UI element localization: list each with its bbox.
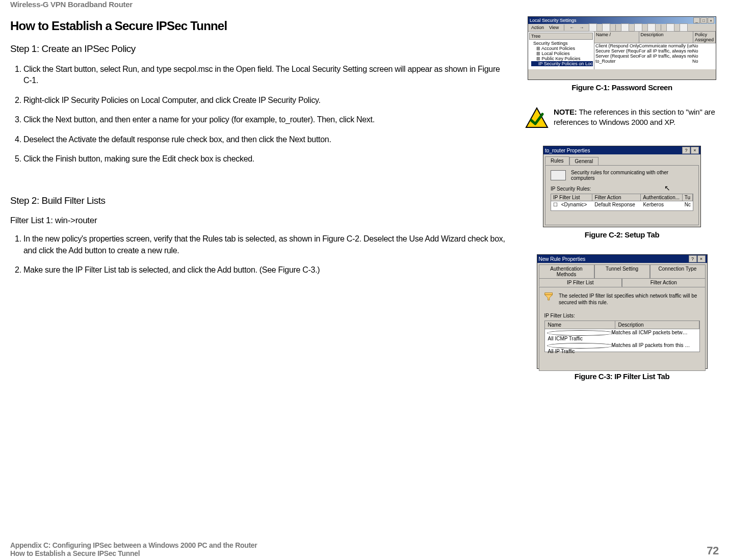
rules-table[interactable]: IP Filter List Filter Action Authenticat… [551,194,693,211]
figure-c2-caption: Figure C-2: Setup Tab [525,230,719,239]
close-icon[interactable]: × [697,255,706,262]
figure-c3-caption: Figure C-3: IP Filter List Tab [525,372,719,381]
figure-c1-window: Local Security Settings _ □ × Action Vie… [528,16,716,80]
tree-item[interactable]: ⊞ Public Key Policies [529,56,593,61]
list-pane[interactable]: Name / Description Policy Assigned Clien… [594,32,716,69]
list-row[interactable]: to_RouterNo [594,59,716,64]
list-item: Click the Finish button, making sure the… [23,153,510,165]
dialog-title: New Rule Properties [539,256,586,262]
toolbar-icon[interactable] [634,23,642,32]
tab-rules[interactable]: Rules [545,156,569,165]
nav-back-icon[interactable]: ← [569,25,574,30]
tree-item[interactable]: ⊞ Local Policies [529,51,593,56]
page-footer: Appendix C: Configuring IPSec between a … [10,541,719,557]
list-item: Deselect the Activate the default respon… [23,134,510,145]
window-controls[interactable]: _ □ × [693,17,714,23]
help-icon[interactable]: ? [682,147,690,154]
tree-item[interactable]: Security Settings [529,41,593,46]
toolbar-icon[interactable] [602,23,610,32]
minimize-icon[interactable]: _ [693,17,700,23]
toolbar-icon[interactable] [680,23,688,32]
figure-c3-dialog: New Rule Properties ? × Authentication M… [537,254,708,369]
tab-connection-type[interactable]: Connection Type [650,264,706,278]
maximize-icon[interactable]: □ [700,17,707,23]
panel-desc: The selected IP filter list specifies wh… [559,292,700,306]
filter-icon [544,292,553,304]
figure-c2-dialog: to_router Properties ? × Rules General S… [543,146,701,227]
note-text: NOTE: The references in this section to … [554,107,719,128]
col-name[interactable]: Name [545,321,615,329]
menubar[interactable]: Action View ← → [528,24,716,32]
panel-desc: Security rules for communicating with ot… [571,170,693,181]
figure-c1-caption: Figure C-1: Password Screen [525,83,719,92]
col-filter-action[interactable]: Filter Action [592,194,641,201]
radio-icon[interactable] [547,330,614,336]
col-tu[interactable]: Tu [683,194,693,201]
tab-general[interactable]: General [569,157,599,165]
col-policy[interactable]: Policy Assigned [693,32,716,43]
tree-item[interactable]: ⊞ Account Policies [529,46,593,51]
toolbar-icon[interactable] [666,23,674,32]
tab-auth-methods[interactable]: Authentication Methods [539,264,594,278]
tab-tunnel-setting[interactable]: Tunnel Setting [594,264,650,278]
tab-filter-action[interactable]: Filter Action [622,278,706,287]
note-body: The references in this section to "win" … [554,108,715,126]
col-filter-list[interactable]: IP Filter List [551,194,592,201]
window-controls[interactable]: ? × [682,147,699,154]
dialog-title: to_router Properties [545,148,590,153]
titlebar: New Rule Properties ? × [537,255,707,263]
tab-panel: Security rules for communicating with ot… [545,165,699,225]
list-item: Click the Next button, and then enter a … [23,114,510,125]
titlebar: to_router Properties ? × [543,146,700,154]
filter-table[interactable]: Name Description All ICMP Traffic Matche… [544,321,700,352]
tab-ip-filter-list[interactable]: IP Filter List [539,278,622,287]
step2-title: Step 2: Build Filter Lists [10,195,510,206]
panel-sub: IP Security Rules: [551,186,693,192]
table-header[interactable]: IP Filter List Filter Action Authenticat… [551,194,693,201]
tab-strip[interactable]: Authentication Methods Tunnel Setting Co… [537,263,707,287]
step2-list: In the new policy's properties screen, v… [10,233,510,276]
col-desc[interactable]: Description [615,321,699,329]
list-row[interactable]: Secure Server (Requir…For all IP traffic… [594,48,716,54]
close-icon[interactable]: × [691,147,699,154]
nav-fwd-icon[interactable]: → [579,25,584,30]
svg-rect-1 [544,293,552,295]
list-item: Make sure the IP Filter List tab is sele… [23,264,510,276]
col-auth[interactable]: Authentication... [641,194,682,201]
svg-marker-2 [544,295,552,300]
toolbar-icon[interactable] [589,23,597,32]
menu-action[interactable]: Action [531,25,544,30]
cursor-icon: ↖ [664,184,670,192]
footer-line1: Appendix C: Configuring IPSec between a … [10,541,257,549]
titlebar: Local Security Settings _ □ × [528,17,716,24]
section-title: How to Establish a Secure IPSec Tunnel [10,19,510,33]
list-row[interactable]: Client (Respond Only)Communicate normall… [594,43,716,48]
help-icon[interactable]: ? [689,255,697,262]
step1-list: Click the Start button, select Run, and … [10,64,510,165]
col-name[interactable]: Name / [594,32,639,43]
svg-marker-0 [526,108,548,127]
list-row[interactable]: Server (Request Secu…For all IP traffic,… [594,54,716,59]
tab-strip[interactable]: Rules General [543,154,700,165]
tree-item-selected[interactable]: IP Security Policies on Local Machine [531,61,593,66]
table-row[interactable]: All ICMP Traffic Matches all ICMP packet… [545,329,699,342]
tree-pane[interactable]: Tree Security Settings ⊞ Account Policie… [528,32,594,69]
right-column: Local Security Settings _ □ × Action Vie… [525,9,719,560]
list-item: Click the Start button, select Run, and … [23,64,510,87]
toolbar-icon[interactable] [647,23,656,32]
radio-icon[interactable] [547,343,614,349]
computers-icon [551,170,566,180]
toolbar-icon[interactable] [621,23,629,32]
check-warning-icon [525,107,549,130]
table-header[interactable]: Name Description [545,321,699,329]
header-product: Wireless-G VPN Boradband Router [10,0,719,9]
tree-header: Tree [529,33,593,40]
close-icon[interactable]: × [708,17,714,23]
table-row[interactable]: ☐ <Dynamic> Default Response Kerberos Nc [551,201,693,208]
table-row[interactable]: All IP Traffic Matches all IP packets fr… [545,342,699,355]
window-controls[interactable]: ? × [689,255,706,262]
col-desc[interactable]: Description [639,32,693,43]
menu-view[interactable]: View [549,25,559,30]
footer-line2: How to Establish a Secure IPSec Tunnel [10,549,257,557]
list-header[interactable]: Name / Description Policy Assigned [594,32,716,43]
